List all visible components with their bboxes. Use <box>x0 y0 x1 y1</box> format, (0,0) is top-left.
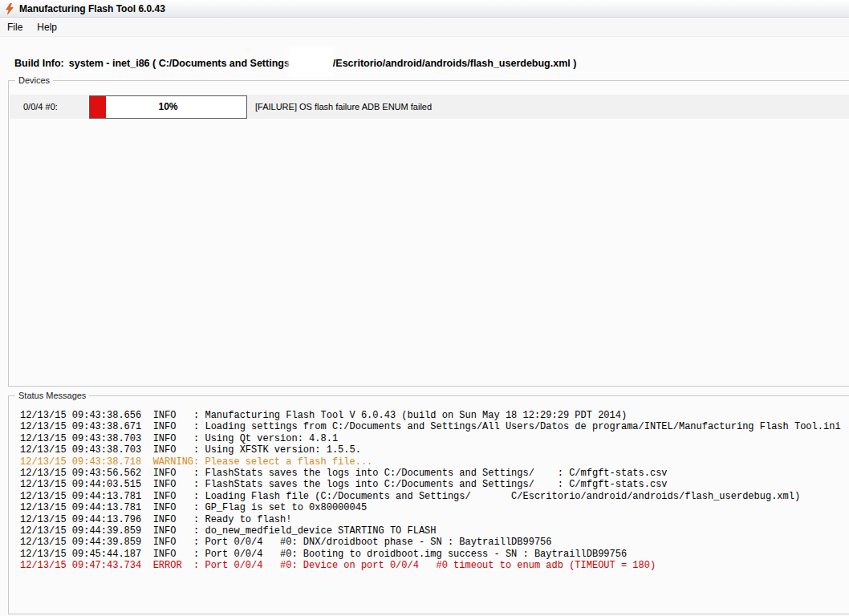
device-port-label: 0/0/4 #0: <box>23 102 89 111</box>
log-line: 12/13/15 09:43:38.656 INFO : Manufacturi… <box>20 410 845 421</box>
progress-percent-label: 10% <box>90 96 246 118</box>
lightning-bolt-icon <box>4 3 15 14</box>
build-info-path-before: system - inet_i86 ( C:/Documents and Set… <box>69 58 290 69</box>
build-info-path-after: /Escritorio/android/androids/flash_userd… <box>333 58 577 69</box>
devices-group-label: Devices <box>15 75 53 86</box>
window-titlebar[interactable]: Manufacturing Flash Tool 6.0.43 <box>0 0 849 18</box>
log-line: 12/13/15 09:43:38.671 INFO : Loading set… <box>20 421 845 432</box>
redacted-username <box>290 50 332 75</box>
log-list: 12/13/15 09:43:38.656 INFO : Manufacturi… <box>20 410 845 609</box>
log-line: 12/13/15 09:43:38.718 WARNING: Please se… <box>20 456 845 468</box>
devices-group: Devices 0/0/4 #0: 10% [FAILURE] OS flash… <box>8 80 849 387</box>
log-line: 12/13/15 09:47:43.734 ERROR : Port 0/0/4… <box>20 560 845 571</box>
build-info-label: Build Info: <box>14 58 64 69</box>
status-messages-group: Status Messages 12/13/15 09:43:38.656 IN… <box>8 395 849 614</box>
log-line: 12/13/15 09:44:13.796 INFO : Ready to fl… <box>20 514 845 525</box>
log-line: 12/13/15 09:43:56.562 INFO : FlashStats … <box>20 468 845 479</box>
menu-bar: File Help <box>0 18 849 37</box>
build-info: Build Info:system - inet_i86 ( C:/Docume… <box>14 50 841 75</box>
log-line: 12/13/15 09:44:13.781 INFO : Loading Fla… <box>20 491 845 502</box>
log-line: 12/13/15 09:44:03.515 INFO : FlashStats … <box>20 479 845 490</box>
device-progress-bar: 10% <box>89 95 247 119</box>
log-line: 12/13/15 09:43:38.703 INFO : Using Qt ve… <box>20 433 845 444</box>
log-line: 12/13/15 09:44:39.859 INFO : Port 0/0/4 … <box>20 537 845 548</box>
device-status-text: [FAILURE] OS flash failure ADB ENUM fail… <box>255 102 432 111</box>
device-row: 0/0/4 #0: 10% [FAILURE] OS flash failure… <box>10 95 849 119</box>
log-line: 12/13/15 09:43:38.703 INFO : Using XFSTK… <box>20 444 845 456</box>
log-line: 12/13/15 09:45:44.187 INFO : Port 0/0/4 … <box>20 549 845 560</box>
menu-file[interactable]: File <box>0 19 30 35</box>
status-messages-group-label: Status Messages <box>15 390 89 401</box>
log-line: 12/13/15 09:44:39.859 INFO : do_new_medf… <box>20 525 845 537</box>
log-line: 12/13/15 09:44:13.781 INFO : GP_Flag is … <box>20 502 845 513</box>
menu-help[interactable]: Help <box>30 19 64 35</box>
window-title: Manufacturing Flash Tool 6.0.43 <box>19 3 165 14</box>
